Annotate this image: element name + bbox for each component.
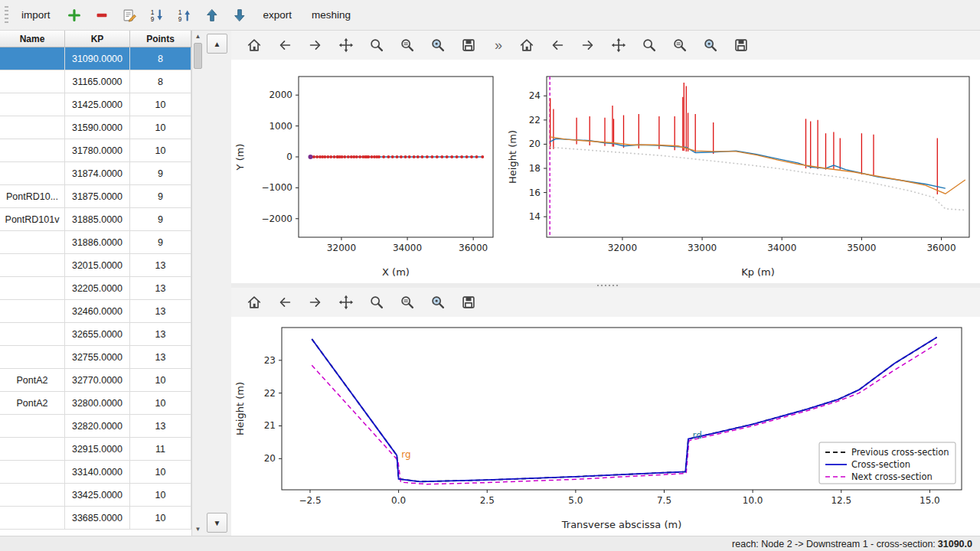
table-row[interactable]: 31090.00008 — [0, 47, 191, 70]
kp-cell[interactable]: 31425.0000 — [65, 93, 130, 116]
name-cell[interactable] — [0, 415, 65, 437]
points-cell[interactable]: 9 — [130, 162, 191, 184]
points-cell[interactable]: 8 — [130, 47, 191, 70]
export-button[interactable]: export — [256, 5, 299, 24]
import-button[interactable]: import — [15, 5, 57, 24]
name-cell[interactable] — [0, 254, 65, 276]
customize-button[interactable] — [700, 34, 721, 56]
sort-down-button[interactable]: 19 — [146, 5, 168, 26]
table-row[interactable]: 32205.000013 — [0, 277, 191, 300]
points-cell[interactable]: 9 — [130, 185, 191, 207]
points-cell[interactable]: 10 — [130, 461, 191, 483]
table-row[interactable]: PontRD101v31885.00009 — [0, 208, 191, 231]
panel-down-button[interactable]: ▼ — [207, 513, 227, 533]
subplots-button[interactable] — [669, 34, 691, 56]
kp-cell[interactable]: 31780.0000 — [65, 139, 130, 161]
add-button[interactable] — [64, 5, 85, 26]
kp-cell[interactable]: 31165.0000 — [65, 70, 130, 93]
longitudinal-profile-chart[interactable]: 3200033000340003500036000141618202224Kp … — [504, 60, 980, 283]
name-cell[interactable] — [0, 438, 65, 460]
table-scrollbar[interactable]: ▲ ▼ — [191, 31, 204, 536]
points-cell[interactable]: 13 — [130, 346, 191, 368]
kp-cell[interactable]: 32205.0000 — [65, 277, 130, 299]
table-row[interactable]: 31886.00009 — [0, 231, 191, 254]
save-button[interactable] — [730, 34, 752, 56]
name-cell[interactable] — [0, 162, 65, 184]
kp-cell[interactable]: 31875.0000 — [65, 185, 130, 207]
pan-button[interactable] — [608, 34, 629, 56]
name-cell[interactable] — [0, 231, 65, 253]
scroll-thumb[interactable] — [194, 43, 202, 69]
zoom-button[interactable] — [366, 34, 387, 56]
column-header-name[interactable]: Name — [0, 31, 65, 47]
points-cell[interactable]: 9 — [130, 231, 191, 253]
plan-view-chart[interactable]: 320003400036000200010000−1000−2000X (m)Y… — [231, 60, 504, 283]
kp-cell[interactable]: 31885.0000 — [65, 208, 130, 230]
zoom-button[interactable] — [639, 34, 660, 56]
home-button[interactable] — [243, 292, 265, 313]
name-cell[interactable]: PontRD101v — [0, 208, 65, 230]
edit-button[interactable] — [119, 5, 140, 26]
name-cell[interactable]: PontA2 — [0, 369, 65, 391]
name-cell[interactable]: PontA2 — [0, 392, 65, 414]
forward-button[interactable] — [305, 34, 326, 56]
points-cell[interactable]: 9 — [130, 208, 191, 230]
name-cell[interactable] — [0, 507, 65, 529]
table-row[interactable]: 32015.000013 — [0, 254, 191, 277]
points-cell[interactable]: 10 — [130, 93, 191, 116]
points-cell[interactable]: 10 — [130, 507, 191, 529]
customize-button[interactable] — [427, 34, 449, 56]
name-cell[interactable] — [0, 300, 65, 322]
table-row[interactable]: 31590.000010 — [0, 116, 191, 139]
kp-cell[interactable]: 33140.0000 — [65, 461, 130, 483]
kp-cell[interactable]: 32820.0000 — [65, 415, 130, 437]
subplots-button[interactable] — [397, 292, 418, 313]
back-button[interactable] — [274, 292, 296, 313]
kp-cell[interactable]: 31886.0000 — [65, 231, 130, 253]
move-up-button[interactable] — [201, 5, 223, 26]
customize-button[interactable] — [427, 292, 449, 313]
meshing-button[interactable]: meshing — [305, 5, 358, 24]
table-row[interactable]: 31780.000010 — [0, 139, 191, 162]
back-button[interactable] — [274, 34, 296, 56]
points-cell[interactable]: 13 — [130, 415, 191, 437]
scroll-up-button[interactable]: ▲ — [192, 31, 204, 42]
name-cell[interactable] — [0, 70, 65, 93]
table-row[interactable]: PontA232800.000010 — [0, 392, 191, 415]
kp-cell[interactable]: 32655.0000 — [65, 323, 130, 345]
table-row[interactable]: 31165.00008 — [0, 70, 191, 93]
zoom-button[interactable] — [366, 292, 387, 313]
pan-button[interactable] — [335, 34, 357, 56]
remove-button[interactable] — [91, 5, 113, 26]
name-cell[interactable] — [0, 139, 65, 161]
move-down-button[interactable] — [229, 5, 250, 26]
toolbar-grip-icon[interactable] — [5, 6, 8, 24]
points-cell[interactable]: 10 — [130, 484, 191, 506]
kp-cell[interactable]: 31090.0000 — [65, 47, 130, 70]
table-row[interactable]: 33425.000010 — [0, 484, 191, 507]
points-cell[interactable]: 10 — [130, 139, 191, 161]
sort-up-button[interactable]: 19 — [174, 5, 195, 26]
name-cell[interactable] — [0, 116, 65, 139]
table-row[interactable]: PontRD10...31875.00009 — [0, 185, 191, 208]
kp-cell[interactable]: 33425.0000 — [65, 484, 130, 506]
home-button[interactable] — [243, 34, 265, 56]
back-button[interactable] — [547, 34, 568, 56]
table-row[interactable]: 31874.00009 — [0, 162, 191, 185]
kp-cell[interactable]: 32460.0000 — [65, 300, 130, 322]
points-cell[interactable]: 13 — [130, 277, 191, 299]
save-button[interactable] — [458, 292, 479, 313]
save-button[interactable] — [458, 34, 479, 56]
subplots-button[interactable] — [397, 34, 418, 56]
table-row[interactable]: 33685.000010 — [0, 507, 191, 530]
table-row[interactable]: PontA232770.000010 — [0, 369, 191, 392]
points-cell[interactable]: 10 — [130, 369, 191, 391]
kp-cell[interactable]: 32015.0000 — [65, 254, 130, 276]
points-cell[interactable]: 8 — [130, 70, 191, 93]
table-row[interactable]: 32915.000011 — [0, 438, 191, 461]
name-cell[interactable] — [0, 346, 65, 368]
table-row[interactable]: 31425.000010 — [0, 93, 191, 116]
name-cell[interactable] — [0, 323, 65, 345]
points-cell[interactable]: 13 — [130, 323, 191, 345]
kp-cell[interactable]: 32915.0000 — [65, 438, 130, 460]
